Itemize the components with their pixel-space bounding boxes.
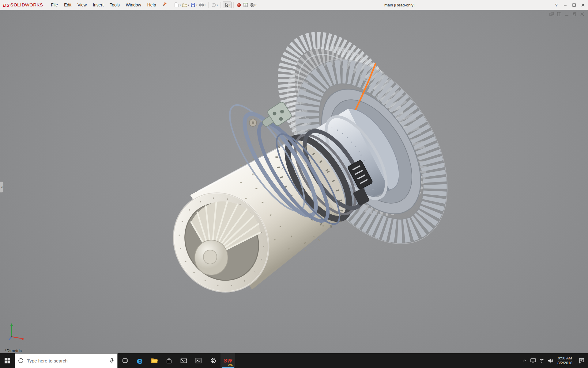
print-button[interactable]: ▾ [198, 2, 206, 8]
store-button[interactable] [162, 353, 176, 368]
pin-icon [162, 2, 167, 7]
settings-gear-icon [210, 357, 217, 364]
maximize-button[interactable] [570, 0, 579, 10]
microphone-icon[interactable] [109, 358, 114, 363]
settings-button[interactable] [206, 353, 221, 368]
document-window-controls [549, 12, 584, 16]
clock-date: 8/2/2018 [557, 361, 572, 366]
cortana-circle-icon [18, 358, 24, 363]
save-icon [190, 2, 196, 8]
windows-taskbar: e SW 2017 [0, 353, 588, 368]
print-icon [198, 2, 204, 8]
undo-icon [211, 2, 217, 8]
menu-tools[interactable]: Tools [107, 1, 123, 9]
titlebar: DS SOLIDWORKS File Edit View Insert Tool… [0, 0, 588, 10]
doc-restore-icon [572, 12, 577, 16]
mail-icon [180, 357, 187, 364]
menubar: File Edit View Insert Tools Window Help [48, 1, 159, 9]
graphics-viewport[interactable]: ◀ *Dimetric [0, 10, 588, 353]
new-document-button[interactable]: ▾ [173, 2, 181, 8]
tray-network-button[interactable] [537, 353, 546, 368]
minimize-button[interactable] [561, 0, 570, 10]
doc-tile-icon [557, 12, 561, 16]
file-explorer-button[interactable] [147, 353, 162, 368]
close-button[interactable] [579, 0, 587, 10]
open-folder-icon [182, 2, 187, 8]
orientation-triad [7, 321, 28, 342]
help-button[interactable]: ? [552, 0, 561, 10]
evaluate-button[interactable] [242, 2, 249, 8]
command-prompt-icon [195, 357, 202, 364]
tray-volume-button[interactable] [546, 353, 555, 368]
evaluate-table-icon [243, 2, 248, 8]
store-bag-icon [166, 357, 172, 364]
edge-button[interactable]: e [132, 353, 147, 368]
menu-insert[interactable]: Insert [90, 1, 107, 9]
tray-chevron-button[interactable] [520, 353, 529, 368]
select-cursor-icon [224, 2, 229, 8]
doc-cascade-button[interactable] [549, 12, 554, 16]
solidworks-version-badge: 2017 [228, 363, 233, 366]
panel-flyout-tab[interactable]: ◀ [0, 182, 3, 193]
search-input[interactable] [26, 358, 107, 364]
brand-works: WORKS [25, 2, 43, 7]
windows-logo-icon [4, 358, 10, 364]
gear-icon [250, 2, 255, 8]
menu-help[interactable]: Help [144, 1, 159, 9]
brand-solid: SOLID [10, 2, 25, 7]
doc-restore-button[interactable] [572, 12, 577, 16]
tray-display-button[interactable] [529, 353, 537, 368]
menu-window[interactable]: Window [123, 1, 144, 9]
doc-close-icon [580, 12, 584, 16]
action-center-icon [579, 358, 585, 364]
command-prompt-button[interactable] [191, 353, 206, 368]
solidworks-app-icon: SW [224, 358, 232, 363]
doc-tile-button[interactable] [557, 12, 561, 16]
new-document-icon [174, 2, 179, 8]
wifi-icon [539, 358, 545, 363]
display-icon [530, 358, 536, 363]
start-button[interactable] [0, 353, 15, 368]
view-orientation-label: *Dimetric [5, 348, 22, 353]
task-view-button[interactable] [118, 353, 132, 368]
x-axis-icon [22, 338, 24, 340]
save-button[interactable]: ▾ [190, 2, 198, 8]
window-controls: ? [552, 0, 587, 10]
chevron-up-icon [523, 359, 526, 362]
mail-button[interactable] [176, 353, 191, 368]
undo-button[interactable]: ▾ [210, 2, 219, 8]
doc-cascade-icon [549, 12, 554, 16]
clock-time: 9:58 AM [558, 356, 572, 361]
taskbar-search[interactable] [15, 353, 118, 368]
maximize-icon [572, 3, 576, 7]
task-view-icon [122, 357, 128, 364]
appearance-sphere-icon [236, 2, 242, 8]
minimize-icon [564, 3, 567, 7]
action-center-button[interactable] [575, 353, 588, 368]
doc-minimize-icon [565, 12, 569, 16]
appearance-button[interactable] [236, 2, 242, 8]
menu-file[interactable]: File [48, 1, 61, 9]
doc-close-button[interactable] [580, 12, 584, 16]
y-axis-icon [10, 323, 13, 326]
options-button[interactable]: ▾ [249, 2, 257, 8]
pin-menu-button[interactable] [162, 2, 167, 8]
jet-engine-model[interactable] [0, 10, 588, 353]
ds-logo-icon: DS [3, 2, 9, 8]
open-button[interactable]: ▾ [181, 2, 190, 8]
close-icon [581, 3, 585, 7]
solidworks-logo: DS SOLIDWORKS [0, 2, 48, 8]
edge-icon: e [137, 356, 143, 365]
small-flange[interactable] [249, 119, 257, 126]
solidworks-taskbar-button[interactable]: SW 2017 [221, 353, 235, 368]
speaker-icon [548, 358, 553, 363]
doc-minimize-button[interactable] [564, 12, 569, 16]
standard-toolbar: ▾ ▾ ▾ ▾ ▾ [173, 2, 257, 8]
file-explorer-icon [151, 357, 158, 364]
menu-view[interactable]: View [74, 1, 90, 9]
select-tool-button[interactable]: ▾ [223, 2, 232, 8]
taskbar-clock[interactable]: 9:58 AM 8/2/2018 [555, 353, 575, 368]
menu-edit[interactable]: Edit [61, 1, 74, 9]
document-title: main [Read-only] [384, 0, 414, 10]
